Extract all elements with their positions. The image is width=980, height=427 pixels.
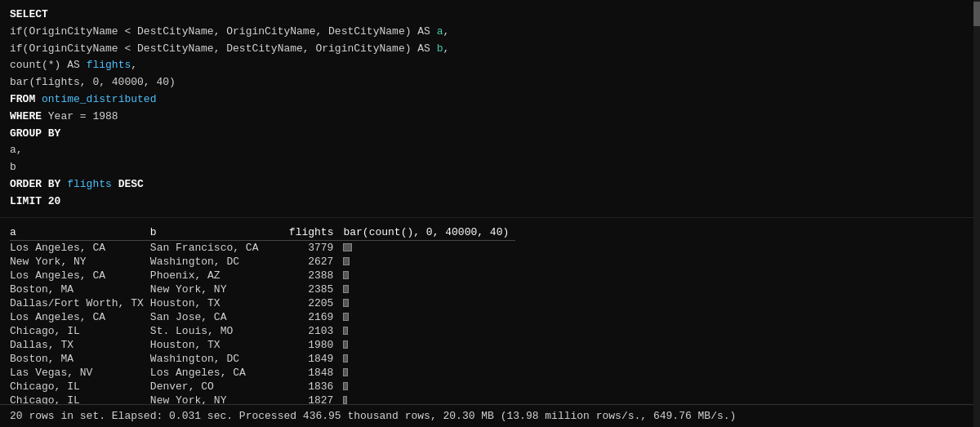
scrollbar[interactable] (973, 0, 980, 427)
cell-a: Los Angeles, CA (10, 240, 150, 255)
cell-bar (343, 338, 515, 352)
cell-flights: 2385 (289, 282, 344, 296)
cell-b: Houston, TX (150, 296, 289, 310)
table-row: Boston, MAWashington, DC1849 (10, 352, 515, 366)
cell-flights: 2103 (289, 324, 344, 338)
cell-a: Chicago, IL (10, 380, 150, 394)
cell-a: Dallas/Fort Worth, TX (10, 296, 150, 310)
cell-flights: 2169 (289, 310, 344, 324)
table-row: Dallas, TXHouston, TX1980 (10, 338, 515, 352)
bar-rect (343, 354, 348, 363)
bar-rect (343, 313, 349, 321)
cell-b: Denver, CO (150, 380, 289, 394)
cell-b: Los Angeles, CA (150, 366, 289, 380)
cell-a: Dallas, TX (10, 338, 150, 352)
cell-a: New York, NY (10, 255, 150, 269)
cell-b: Washington, DC (150, 352, 289, 366)
cell-bar (343, 324, 515, 338)
bar-visual (343, 382, 509, 390)
cell-bar (343, 366, 515, 380)
cell-a: Los Angeles, CA (10, 269, 150, 282)
table-row: Chicago, ILDenver, CO1836 (10, 380, 515, 394)
cell-b: Washington, DC (150, 255, 289, 269)
bar-visual (343, 340, 509, 349)
bar-visual (343, 285, 509, 293)
bar-visual (343, 368, 509, 376)
cell-flights: 3779 (289, 240, 344, 255)
bar-rect (343, 271, 349, 279)
cell-b: Phoenix, AZ (150, 269, 289, 282)
cell-flights: 1836 (289, 380, 344, 394)
cell-b: St. Louis, MO (150, 324, 289, 338)
col-header-a: a (10, 225, 150, 241)
cell-bar (343, 240, 515, 255)
status-bar: 20 rows in set. Elapsed: 0.031 sec. Proc… (0, 404, 980, 427)
bar-visual (343, 354, 509, 363)
bar-rect (343, 327, 348, 335)
cell-b: New York, NY (150, 282, 289, 296)
cell-b: Houston, TX (150, 338, 289, 352)
cell-flights: 2205 (289, 296, 344, 310)
bar-visual (343, 313, 509, 321)
cell-bar (343, 269, 515, 282)
bar-rect (343, 285, 349, 293)
table-row: Boston, MANew York, NY2385 (10, 282, 515, 296)
col-header-flights: flights (289, 225, 344, 241)
col-header-bar: bar(count(), 0, 40000, 40) (343, 225, 515, 241)
cell-bar (343, 380, 515, 394)
bar-rect (343, 243, 352, 251)
cell-bar (343, 282, 515, 296)
sql-select-keyword: SELECT (10, 8, 48, 20)
bar-visual (343, 257, 509, 265)
cell-b: San Jose, CA (150, 310, 289, 324)
cell-flights: 1980 (289, 338, 344, 352)
results-table: a b flights bar(count(), 0, 40000, 40) L… (10, 225, 515, 427)
table-row: Los Angeles, CAPhoenix, AZ2388 (10, 269, 515, 282)
bar-rect (343, 396, 347, 404)
bar-visual (343, 271, 509, 279)
sql-editor: SELECT if(OriginCityName < DestCityName,… (0, 0, 980, 218)
cell-flights: 1849 (289, 352, 344, 366)
cell-a: Boston, MA (10, 352, 150, 366)
table-row: Chicago, ILSt. Louis, MO2103 (10, 324, 515, 338)
cell-bar (343, 310, 515, 324)
cell-bar (343, 352, 515, 366)
bar-visual (343, 327, 509, 335)
cell-bar (343, 255, 515, 269)
cell-flights: 2627 (289, 255, 344, 269)
cell-bar (343, 296, 515, 310)
scrollbar-thumb[interactable] (973, 2, 980, 26)
cell-flights: 1848 (289, 366, 344, 380)
bar-rect (343, 382, 348, 390)
table-row: Los Angeles, CASan Jose, CA2169 (10, 310, 515, 324)
bar-rect (343, 368, 348, 376)
bar-visual (343, 299, 509, 307)
table-row: New York, NYWashington, DC2627 (10, 255, 515, 269)
bar-visual (343, 396, 509, 404)
cell-flights: 2388 (289, 269, 344, 282)
cell-a: Las Vegas, NV (10, 366, 150, 380)
results-area: a b flights bar(count(), 0, 40000, 40) L… (0, 218, 980, 427)
bar-rect (343, 299, 349, 307)
col-header-b: b (150, 225, 289, 241)
table-row: Dallas/Fort Worth, TXHouston, TX2205 (10, 296, 515, 310)
cell-a: Boston, MA (10, 282, 150, 296)
table-row: Los Angeles, CASan Francisco, CA3779 (10, 240, 515, 255)
bar-rect (343, 340, 348, 349)
bar-visual (343, 243, 509, 251)
cell-a: Chicago, IL (10, 324, 150, 338)
cell-a: Los Angeles, CA (10, 310, 150, 324)
bar-rect (343, 257, 350, 265)
cell-b: San Francisco, CA (150, 240, 289, 255)
status-text: 20 rows in set. Elapsed: 0.031 sec. Proc… (10, 410, 736, 422)
table-row: Las Vegas, NVLos Angeles, CA1848 (10, 366, 515, 380)
